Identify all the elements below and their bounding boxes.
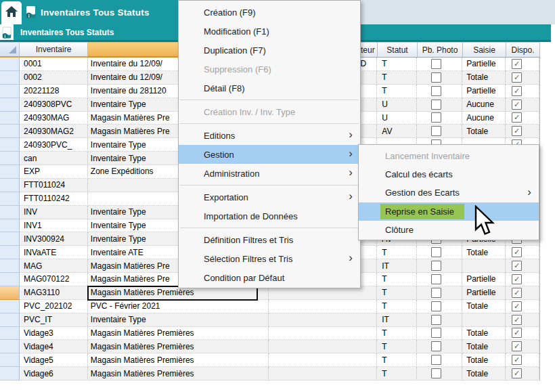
- cell-pb-photo[interactable]: [417, 313, 462, 327]
- cell-saisie[interactable]: Totale: [462, 353, 506, 367]
- cell-saisie[interactable]: Partielle: [462, 58, 506, 71]
- cell-statut[interactable]: T: [377, 340, 417, 353]
- pb-photo-checkbox[interactable]: [431, 126, 441, 136]
- cell-pb-photo[interactable]: [417, 340, 462, 353]
- context-menu-item[interactable]: Exportation ›: [179, 188, 360, 206]
- row-selector-cell[interactable]: [0, 152, 20, 165]
- cell-dispo[interactable]: ✓: [506, 327, 539, 341]
- pb-photo-checkbox[interactable]: [431, 301, 441, 311]
- dispo-checkbox[interactable]: ✓: [512, 315, 522, 325]
- cell-saisie[interactable]: Partielle: [462, 286, 506, 300]
- cell-saisie[interactable]: Totale: [462, 300, 506, 313]
- row-selector-cell[interactable]: [0, 219, 20, 233]
- cell-saisie[interactable]: Aucune: [462, 98, 506, 112]
- home-tab[interactable]: [1, 1, 22, 24]
- pb-photo-checkbox[interactable]: [431, 288, 441, 298]
- cell-dispo[interactable]: ✓: [506, 273, 539, 286]
- select-all-header-cell[interactable]: [0, 42, 20, 58]
- cell-saisie[interactable]: [462, 259, 506, 273]
- dispo-checkbox[interactable]: ✓: [512, 274, 522, 284]
- pb-photo-checkbox[interactable]: [431, 341, 441, 351]
- submenu-item[interactable]: Reprise en Saisie ›: [359, 202, 539, 221]
- row-selector-cell[interactable]: [0, 71, 20, 85]
- pb-photo-checkbox[interactable]: [431, 274, 441, 284]
- dispo-checkbox[interactable]: ✓: [512, 288, 522, 298]
- cell-statut[interactable]: U: [377, 98, 417, 112]
- cell-dispo[interactable]: ✓: [506, 85, 539, 98]
- cell-pb-photo[interactable]: [417, 125, 462, 138]
- cell-dispo[interactable]: ✓: [506, 300, 539, 313]
- cell-pb-photo[interactable]: [417, 327, 462, 341]
- cell-inventaire[interactable]: FTT0110242: [20, 192, 88, 206]
- row-selector-cell[interactable]: [0, 179, 20, 192]
- column-header-statut[interactable]: Statut: [378, 42, 418, 58]
- cell-dispo[interactable]: ✓: [506, 286, 539, 300]
- context-menu-item[interactable]: Duplication (F7) ›: [179, 41, 360, 60]
- cell-inventaire[interactable]: 240930PVC_: [20, 138, 88, 152]
- pb-photo-checkbox[interactable]: [431, 247, 441, 257]
- cell-inventaire[interactable]: Vidage6: [20, 367, 88, 380]
- context-menu-item[interactable]: Création (F9) ›: [179, 3, 360, 22]
- cell-dispo[interactable]: ✓: [506, 340, 539, 353]
- table-row[interactable]: Vidage3 Magasin Matières Premières T Tot…: [0, 327, 539, 341]
- pb-photo-checkbox[interactable]: [431, 328, 441, 338]
- column-header-saisie[interactable]: Saisie: [463, 42, 506, 58]
- pb-photo-checkbox[interactable]: [431, 315, 441, 325]
- cell-statut[interactable]: T: [377, 327, 417, 341]
- cell-dispo[interactable]: ✓: [506, 313, 539, 327]
- cell-saisie[interactable]: Totale: [462, 340, 506, 353]
- pb-photo-checkbox[interactable]: [431, 59, 441, 69]
- dispo-checkbox[interactable]: ✓: [512, 368, 522, 378]
- cell-dispo[interactable]: ✓: [506, 246, 539, 259]
- dispo-checkbox[interactable]: ✓: [512, 301, 522, 311]
- cell-inventaire[interactable]: MAG070122: [20, 273, 88, 286]
- submenu-item[interactable]: Clôture ›: [359, 221, 539, 239]
- row-selector-cell[interactable]: [0, 165, 20, 179]
- pb-photo-checkbox[interactable]: [431, 368, 441, 378]
- cell-pb-photo[interactable]: [417, 259, 462, 273]
- cell-dispo[interactable]: ✓: [506, 259, 539, 273]
- cell-dispo[interactable]: ✓: [506, 98, 539, 112]
- row-selector-cell[interactable]: [0, 246, 20, 259]
- cell-pb-photo[interactable]: [417, 112, 462, 125]
- context-menu-item[interactable]: Modification (F1) ›: [179, 22, 360, 41]
- dispo-checkbox[interactable]: ✓: [512, 86, 522, 96]
- cell-pb-photo[interactable]: [417, 85, 462, 98]
- cell-pb-photo[interactable]: [417, 98, 462, 112]
- cell-pb-photo[interactable]: [417, 58, 462, 71]
- cell-statut[interactable]: T: [377, 246, 417, 259]
- cell-statut[interactable]: T: [377, 58, 417, 71]
- row-selector-cell[interactable]: [0, 85, 20, 98]
- row-selector-cell[interactable]: [0, 98, 20, 112]
- cell-dispo[interactable]: ✓: [506, 353, 539, 367]
- cell-inventaire[interactable]: 0001: [20, 58, 88, 71]
- context-menu-item[interactable]: Sélection Filtres et Tris ›: [179, 249, 360, 268]
- row-selector-cell[interactable]: [0, 206, 20, 219]
- row-selector-cell[interactable]: [0, 286, 20, 300]
- dispo-checkbox[interactable]: ✓: [512, 328, 522, 338]
- row-selector-cell[interactable]: [0, 112, 20, 125]
- pb-photo-checkbox[interactable]: [431, 72, 441, 83]
- row-selector-cell[interactable]: [0, 327, 20, 341]
- cell-inventaire[interactable]: 2409308PVC: [20, 98, 88, 112]
- row-selector-cell[interactable]: [0, 340, 20, 353]
- cell-dispo[interactable]: ✓: [506, 112, 539, 125]
- cell-inventaire[interactable]: FTT011024: [20, 179, 88, 192]
- pb-photo-checkbox[interactable]: [431, 355, 441, 365]
- cell-inventaire[interactable]: 240930MAG2: [20, 125, 88, 138]
- context-menu-item[interactable]: Définition Filtres et Tris ›: [179, 230, 360, 249]
- cell-designation[interactable]: Magasin Matières Premières: [88, 353, 269, 367]
- cell-statut[interactable]: T: [377, 367, 417, 380]
- context-menu-item[interactable]: Importation de Données ›: [179, 206, 360, 225]
- cell-operateur[interactable]: [269, 300, 377, 313]
- dispo-checkbox[interactable]: ✓: [512, 341, 522, 351]
- cell-designation[interactable]: PVC - Février 2021: [88, 300, 269, 313]
- cell-inventaire[interactable]: PVC_IT: [20, 313, 88, 327]
- row-selector-cell[interactable]: [0, 232, 20, 246]
- cell-operateur[interactable]: [269, 353, 377, 367]
- context-menu-item[interactable]: Condition par Défaut ›: [179, 268, 360, 287]
- table-row[interactable]: PVC_202102 PVC - Février 2021 T Totale ✓: [0, 300, 539, 313]
- dispo-checkbox[interactable]: ✓: [512, 261, 522, 271]
- dispo-checkbox[interactable]: ✓: [512, 247, 522, 257]
- active-tab-label[interactable]: Inventaires Tous Statuts: [41, 0, 150, 24]
